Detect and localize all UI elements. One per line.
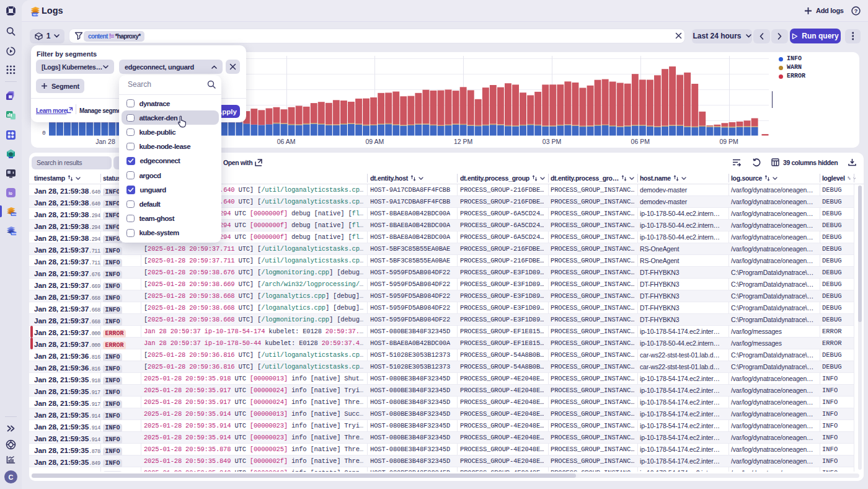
svg-text:NEW: NEW	[33, 13, 38, 16]
svg-text:lo: lo	[9, 191, 12, 195]
svg-text:NEW: NEW	[12, 213, 17, 216]
svg-text:?: ?	[854, 8, 858, 14]
svg-text:NEW: NEW	[12, 233, 17, 235]
